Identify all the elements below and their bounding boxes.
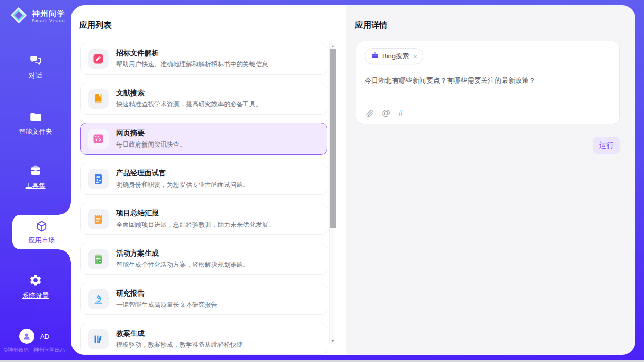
sidebar-item-label: 系统设置 <box>22 291 49 300</box>
app-list: 招标文件解析帮助用户快速、准确地理解和解析招标书中的关键信息文献搜索快速精准查找… <box>80 42 327 355</box>
main-content: 应用列表 招标文件解析帮助用户快速、准确地理解和解析招标书中的关键信息文献搜索快… <box>71 5 635 355</box>
app-item-name: 教案生成 <box>116 329 243 338</box>
prompt-text[interactable]: 今日湖北有哪些新闻要点？有哪些需要关注的最新政策？ <box>365 76 611 85</box>
bid-parse-icon <box>88 49 109 69</box>
app-item-web-summary[interactable]: 网页摘要每日政府新闻资讯快查。 <box>80 123 327 155</box>
mention-icon[interactable]: @ <box>382 108 390 118</box>
folder-icon <box>29 110 42 123</box>
tool-tag-label: Bing搜索 <box>382 52 409 61</box>
toolbox-icon <box>29 164 42 177</box>
attachment-icon[interactable] <box>365 108 374 118</box>
app-item-literature-search[interactable]: 文献搜索快速精准查找学术资源，提高研究效率的必备工具。 <box>80 83 327 115</box>
sidebar: 神州问学 Smart Vision 对话智能文件夹工具集应用市场系统设置 AD … <box>0 0 71 362</box>
sidebar-item-label: 对话 <box>29 71 42 80</box>
chat-icon <box>29 54 42 67</box>
app-item-name: 招标文件解析 <box>116 49 268 58</box>
app-item-project-summary[interactable]: 项目总结汇报全面回顾项目进展，总结经验教训，助力未来优化发展。 <box>80 203 327 235</box>
activity-plan-icon <box>88 249 109 269</box>
sidebar-item-toolset[interactable]: 工具集 <box>0 164 71 190</box>
project-report-icon <box>88 209 109 229</box>
sidebar-item-label: 工具集 <box>26 181 46 190</box>
app-item-name: 产品经理面试官 <box>116 169 249 178</box>
web-summary-icon <box>88 129 109 149</box>
close-icon[interactable]: × <box>413 53 417 60</box>
brand-name: 神州问学 <box>32 9 65 18</box>
user-name: AD <box>40 333 49 340</box>
diamond-logo-icon <box>9 6 28 27</box>
sidebar-item-label: 智能文件夹 <box>19 127 52 136</box>
app-item-name: 项目总结汇报 <box>116 209 275 218</box>
app-item-description: 帮助用户快速、准确地理解和解析招标书中的关键信息 <box>116 60 268 69</box>
tool-tag[interactable]: Bing搜索 × <box>365 48 423 64</box>
app-detail-panel: 应用详情 Bing搜索 × 今日湖北有哪些新闻要点？有哪些需要关注的最新政策？ <box>346 5 635 355</box>
sidebar-item-label: 应用市场 <box>28 236 55 245</box>
research-report-icon <box>88 289 109 309</box>
prompt-card[interactable]: Bing搜索 × 今日湖北有哪些新闻要点？有哪些需要关注的最新政策？ @ # <box>356 41 620 124</box>
sidebar-item-app-market[interactable]: 应用市场 <box>12 215 71 249</box>
scroll-down-arrow-icon[interactable]: ▼ <box>330 338 336 344</box>
app-item-bid-parse[interactable]: 招标文件解析帮助用户快速、准确地理解和解析招标书中的关键信息 <box>80 43 327 75</box>
scroll-up-arrow-icon[interactable]: ▲ <box>330 43 336 49</box>
scrollbar-thumb[interactable] <box>330 49 336 228</box>
app-item-description: 一键智能生成高质量长文本研究报告 <box>116 301 218 309</box>
cube-icon <box>35 220 48 233</box>
app-list-panel: 应用列表 招标文件解析帮助用户快速、准确地理解和解析招标书中的关键信息文献搜索快… <box>71 5 346 355</box>
topic-icon[interactable]: # <box>398 108 403 118</box>
app-item-name: 文献搜索 <box>116 89 262 98</box>
copyright-footer: ©神州数码 · 神州问学出品 <box>4 347 65 354</box>
app-detail-title: 应用详情 <box>355 20 387 31</box>
app-item-name: 网页摘要 <box>116 129 186 138</box>
brand-subtitle: Smart Vision <box>32 18 65 23</box>
sidebar-item-chat[interactable]: 对话 <box>0 54 71 80</box>
run-button[interactable]: 运行 <box>593 137 620 154</box>
app-item-pm-interviewer[interactable]: 产品经理面试官明确身份和职责，为您提供专业性的面试问题。 <box>80 163 327 195</box>
scrollbar[interactable]: ▲ ▼ <box>329 42 335 344</box>
briefcase-icon <box>371 52 379 61</box>
lesson-plan-icon <box>88 329 109 349</box>
sidebar-item-smart-folder[interactable]: 智能文件夹 <box>0 110 71 136</box>
app-item-description: 快速精准查找学术资源，提高研究效率的必备工具。 <box>116 100 262 109</box>
gear-icon <box>29 274 42 287</box>
prompt-toolbar: @ # <box>365 108 403 118</box>
user-account[interactable]: AD <box>19 329 49 344</box>
app-item-activity-plan[interactable]: 活动方案生成智能生成个性化活动方案，轻松解决规划难题。 <box>80 243 327 275</box>
literature-icon <box>88 89 109 109</box>
brand-logo: 神州问学 Smart Vision <box>9 6 65 27</box>
app-item-description: 模板驱动，教案秒成，教学准备从此轻松快捷 <box>116 341 243 349</box>
app-item-name: 活动方案生成 <box>116 249 249 258</box>
app-item-lesson-plan[interactable]: 教案生成模板驱动，教案秒成，教学准备从此轻松快捷 <box>80 323 327 355</box>
interviewer-icon <box>88 169 109 189</box>
app-item-research-report[interactable]: 研究报告一键智能生成高质量长文本研究报告 <box>80 283 327 315</box>
app-item-name: 研究报告 <box>116 289 218 298</box>
app-item-description: 每日政府新闻资讯快查。 <box>116 140 186 149</box>
app-item-description: 明确身份和职责，为您提供专业性的面试问题。 <box>116 180 249 189</box>
app-item-description: 全面回顾项目进展，总结经验教训，助力未来优化发展。 <box>116 221 275 229</box>
avatar[interactable] <box>19 329 34 344</box>
sidebar-item-system-settings[interactable]: 系统设置 <box>0 274 71 300</box>
app-item-description: 智能生成个性化活动方案，轻松解决规划难题。 <box>116 261 249 269</box>
app-list-title: 应用列表 <box>79 20 112 31</box>
